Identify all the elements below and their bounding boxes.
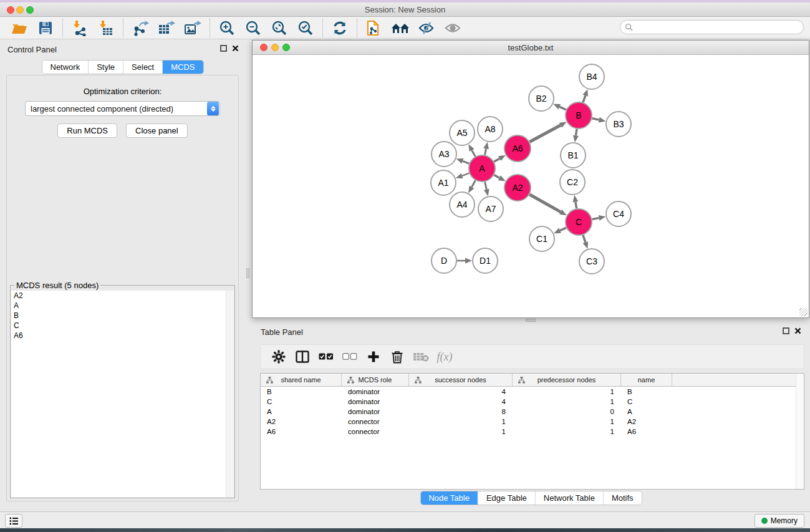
save-session-button[interactable] <box>32 18 59 38</box>
node-A1[interactable]: A1 <box>431 170 456 195</box>
node-D1[interactable]: D1 <box>473 248 498 273</box>
close-panel-icon[interactable] <box>794 327 801 334</box>
memory-button[interactable]: Memory <box>755 514 804 528</box>
delete-table-button[interactable] <box>409 347 433 366</box>
edge-C-C4[interactable] <box>592 218 599 219</box>
column-header-name[interactable]: name <box>621 374 672 386</box>
edge-C-C1[interactable] <box>560 228 566 231</box>
edge-B-B2[interactable] <box>559 107 566 110</box>
close-panel-icon[interactable] <box>232 45 239 52</box>
result-list-scrollbar[interactable] <box>226 291 234 497</box>
edge-A-A3[interactable] <box>463 161 469 163</box>
node-A4[interactable]: A4 <box>450 192 475 217</box>
node-B2[interactable]: B2 <box>529 86 554 111</box>
column-header-predecessor-nodes[interactable]: predecessor nodes <box>513 374 621 386</box>
result-list-item[interactable]: C <box>11 321 234 331</box>
node-C4[interactable]: C4 <box>606 201 631 226</box>
float-panel-icon[interactable] <box>783 327 789 334</box>
edge-A-A6[interactable] <box>494 158 499 162</box>
edge-A-A1[interactable] <box>462 173 469 176</box>
search-input[interactable] <box>633 22 803 33</box>
node-C2[interactable]: C2 <box>560 170 585 195</box>
node-C1[interactable]: C1 <box>529 226 554 251</box>
tab-network[interactable]: Network <box>42 60 88 74</box>
show-column-panel-button[interactable] <box>291 347 314 366</box>
close-panel-button[interactable]: Close panel <box>126 123 188 138</box>
node-B4[interactable]: B4 <box>579 64 604 89</box>
column-header-successor-nodes[interactable]: successor nodes <box>409 374 513 386</box>
tab-mcds[interactable]: MCDS <box>162 60 203 74</box>
node-C3[interactable]: C3 <box>579 249 604 274</box>
node-C[interactable]: C <box>566 209 592 235</box>
run-mcds-button[interactable]: Run MCDS <box>57 123 117 138</box>
column-header-shared-name[interactable]: shared name <box>261 374 342 386</box>
open-session-button[interactable] <box>6 18 32 38</box>
open-network-file-button[interactable] <box>361 18 387 38</box>
import-table-button[interactable] <box>93 18 119 38</box>
edge-C-C2[interactable] <box>576 202 577 209</box>
node-A3[interactable]: A3 <box>432 142 456 167</box>
node-A[interactable]: A <box>469 155 495 181</box>
node-A2[interactable]: A2 <box>504 175 531 201</box>
zoom-fit-button[interactable] <box>266 18 292 38</box>
hide-graphics-details-button[interactable] <box>413 18 440 38</box>
split-divider-grip[interactable] <box>246 268 249 278</box>
edge-A2-C[interactable] <box>529 195 561 212</box>
node-A5[interactable]: A5 <box>450 120 475 145</box>
deselect-all-button[interactable] <box>338 347 362 366</box>
edge-B-B3[interactable] <box>592 118 599 120</box>
optimization-criterion-select[interactable]: largest connected component (directed) <box>25 101 220 116</box>
zoom-out-button[interactable] <box>240 18 266 38</box>
select-all-button[interactable] <box>314 347 338 366</box>
result-list-item[interactable]: B <box>11 311 234 321</box>
table-settings-button[interactable] <box>267 347 291 366</box>
show-graphics-details-button[interactable] <box>440 18 466 38</box>
table-row[interactable]: Bdominator41B <box>261 387 804 397</box>
result-list-item[interactable]: A <box>11 301 234 311</box>
tab-edge-table[interactable]: Edge Table <box>478 491 535 505</box>
export-network-button[interactable] <box>127 18 153 38</box>
node-B3[interactable]: B3 <box>606 112 631 137</box>
table-row[interactable]: Cdominator41C <box>261 397 804 407</box>
edge-B-B4[interactable] <box>583 95 586 102</box>
edge-A-A5[interactable] <box>472 150 476 157</box>
node-B1[interactable]: B1 <box>561 143 586 168</box>
show-task-history-button[interactable] <box>5 514 22 528</box>
tab-node-table[interactable]: Node Table <box>420 491 478 505</box>
home-button[interactable] <box>387 18 413 38</box>
export-table-button[interactable] <box>153 18 180 38</box>
edge-B-B1[interactable] <box>576 129 576 136</box>
edge-C-C3[interactable] <box>583 235 586 243</box>
window-resize-grip[interactable] <box>799 308 808 316</box>
tab-motifs[interactable]: Motifs <box>603 491 642 505</box>
node-D[interactable]: D <box>432 248 456 273</box>
refresh-button[interactable] <box>327 18 353 38</box>
function-builder-button[interactable]: f(x) <box>433 347 456 366</box>
result-list-item[interactable]: A6 <box>11 331 234 341</box>
zoom-in-button[interactable] <box>214 18 240 38</box>
delete-column-button[interactable] <box>385 347 409 366</box>
table-row[interactable]: A6connector11A6 <box>261 427 804 437</box>
export-image-button[interactable] <box>180 18 206 38</box>
node-A6[interactable]: A6 <box>504 135 531 162</box>
edge-A-A4[interactable] <box>471 180 475 187</box>
edge-A-A7[interactable] <box>485 182 487 190</box>
network-canvas[interactable]: AA1A3A5A8A4A7A6A2BB2B4B3B1CC2C4C1C3DD1 <box>253 55 809 317</box>
edge-A-A2[interactable] <box>494 175 499 178</box>
float-panel-icon[interactable] <box>220 45 227 52</box>
node-B[interactable]: B <box>566 102 592 128</box>
zoom-selected-button[interactable] <box>292 18 319 38</box>
table-row[interactable]: A2connector11A2 <box>261 417 804 427</box>
import-network-button[interactable] <box>67 18 93 38</box>
edge-A6-B[interactable] <box>529 125 561 142</box>
search-field[interactable] <box>620 20 804 34</box>
create-column-button[interactable] <box>362 347 385 366</box>
result-list-item[interactable]: A2 <box>11 291 234 301</box>
node-A8[interactable]: A8 <box>478 117 503 142</box>
node-A7[interactable]: A7 <box>478 196 503 221</box>
tab-select[interactable]: Select <box>123 60 162 74</box>
tab-network-table[interactable]: Network Table <box>535 491 603 505</box>
table-scrollbar[interactable] <box>796 374 804 489</box>
tab-style[interactable]: Style <box>88 60 123 74</box>
mcds-result-list[interactable]: A2ABCA6 <box>11 291 234 497</box>
